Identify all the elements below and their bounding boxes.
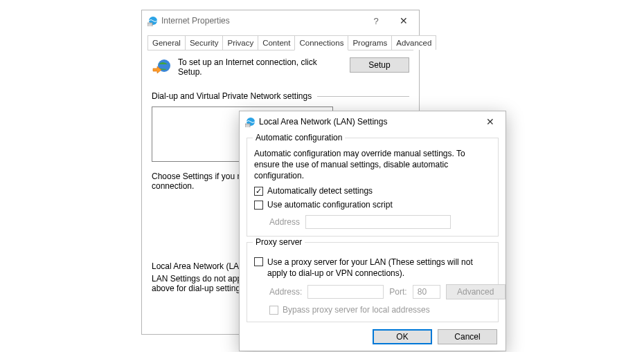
- auto-detect-checkbox[interactable]: [254, 187, 263, 196]
- setup-description: To set up an Internet connection, click …: [178, 57, 344, 77]
- tab-privacy[interactable]: Privacy: [222, 35, 258, 50]
- auto-detect-label: Automatically detect settings: [267, 186, 373, 196]
- use-proxy-label: Use a proxy server for your LAN (These s…: [267, 257, 491, 279]
- titlebar: Local Area Network (LAN) Settings ✕: [240, 111, 506, 132]
- bypass-local-label: Bypass proxy server for local addresses: [283, 305, 430, 315]
- tab-security[interactable]: Security: [185, 35, 224, 50]
- svg-rect-6: [245, 124, 250, 127]
- internet-options-icon: [147, 15, 159, 26]
- help-button[interactable]: ?: [362, 16, 390, 26]
- use-proxy-checkbox[interactable]: [254, 257, 263, 266]
- group-legend: Proxy server: [253, 237, 305, 247]
- tab-general[interactable]: General: [147, 35, 186, 50]
- proxy-port-label: Port:: [389, 287, 406, 297]
- internet-options-icon: [245, 116, 256, 127]
- proxy-port-input: [413, 285, 440, 299]
- auto-config-description: Automatic configuration may override man…: [254, 148, 491, 182]
- lan-settings-dialog: Local Area Network (LAN) Settings ✕ Auto…: [239, 111, 506, 351]
- proxy-server-group: Proxy server Use a proxy server for your…: [247, 242, 499, 322]
- tab-connections[interactable]: Connections: [294, 35, 348, 50]
- svg-rect-1: [147, 23, 152, 26]
- dialog-title: Local Area Network (LAN) Settings: [256, 117, 476, 127]
- automatic-configuration-group: Automatic configuration Automatic config…: [247, 138, 499, 237]
- globe-arrow-icon: [152, 57, 172, 80]
- tab-content[interactable]: Content: [258, 35, 295, 50]
- bypass-local-checkbox: [269, 306, 278, 315]
- proxy-address-input: [307, 285, 384, 299]
- tab-advanced[interactable]: Advanced: [391, 35, 436, 50]
- titlebar: Internet Properties ? ✕: [142, 10, 419, 31]
- dialog-title: Internet Properties: [159, 16, 362, 26]
- auto-script-checkbox[interactable]: [254, 201, 263, 210]
- tab-programs[interactable]: Programs: [348, 35, 392, 50]
- close-button[interactable]: ✕: [476, 116, 504, 127]
- proxy-address-label: Address:: [269, 287, 302, 297]
- setup-button[interactable]: Setup: [350, 57, 409, 73]
- ok-button[interactable]: OK: [373, 329, 432, 344]
- group-legend: Automatic configuration: [253, 133, 345, 142]
- tab-strip: General Security Privacy Content Connect…: [147, 35, 413, 50]
- script-address-label: Address: [269, 217, 300, 227]
- cancel-button[interactable]: Cancel: [438, 329, 497, 344]
- dialog-footer: OK Cancel: [240, 322, 506, 351]
- auto-script-label: Use automatic configuration script: [267, 200, 393, 210]
- close-button[interactable]: ✕: [390, 15, 418, 26]
- advanced-button: Advanced: [446, 284, 506, 299]
- script-address-input: [305, 215, 451, 229]
- dialup-header: Dial-up and Virtual Private Network sett…: [152, 91, 312, 101]
- divider: [317, 96, 409, 97]
